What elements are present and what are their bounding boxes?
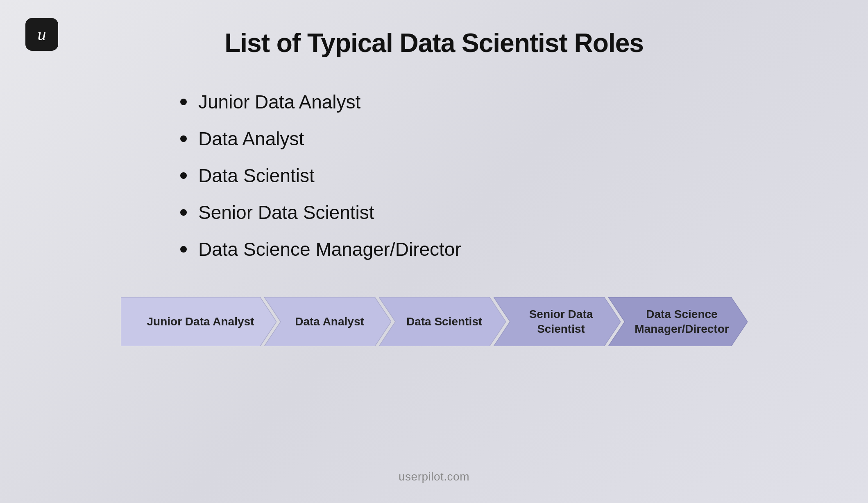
list-item: Data Scientist [180, 165, 461, 187]
list-item-label: Data Scientist [198, 165, 315, 187]
list-item: Data Analyst [180, 128, 461, 150]
logo: u [25, 18, 58, 51]
list-item-label: Data Science Manager/Director [198, 238, 461, 260]
progression-step-label: Senior DataScientist [517, 307, 597, 337]
list-item-label: Senior Data Scientist [198, 201, 374, 223]
bullet-dot [180, 209, 187, 216]
progression-step-2: Data Analyst [264, 297, 391, 346]
progression-step-5: Data ScienceManager/Director [608, 297, 748, 346]
bullet-dot [180, 135, 187, 142]
progression-step-label: Data Analyst [283, 314, 372, 329]
list-item: Senior Data Scientist [180, 201, 461, 223]
progression-step-4: Senior DataScientist [494, 297, 621, 346]
list-item: Data Science Manager/Director [180, 238, 461, 260]
list-item-label: Data Analyst [198, 128, 304, 150]
page-title: List of Typical Data Scientist Roles [224, 28, 644, 58]
footer-url: userpilot.com [399, 470, 469, 483]
bullet-dot [180, 172, 187, 179]
progression-step-label: Junior Data Analyst [135, 314, 263, 329]
list-item-label: Junior Data Analyst [198, 91, 360, 113]
progression-step-label: Data ScienceManager/Director [621, 307, 734, 337]
bullet-dot [180, 99, 187, 105]
progression-step-1: Junior Data Analyst [121, 297, 276, 346]
bullet-dot [180, 246, 187, 253]
list-item: Junior Data Analyst [180, 91, 461, 113]
roles-list: Junior Data Analyst Data Analyst Data Sc… [180, 91, 461, 260]
progression-diagram: Junior Data Analyst Data Analyst Data Sc… [72, 297, 797, 346]
progression-step-3: Data Scientist [379, 297, 506, 346]
logo-letter: u [38, 25, 46, 44]
progression-step-label: Data Scientist [394, 314, 490, 329]
